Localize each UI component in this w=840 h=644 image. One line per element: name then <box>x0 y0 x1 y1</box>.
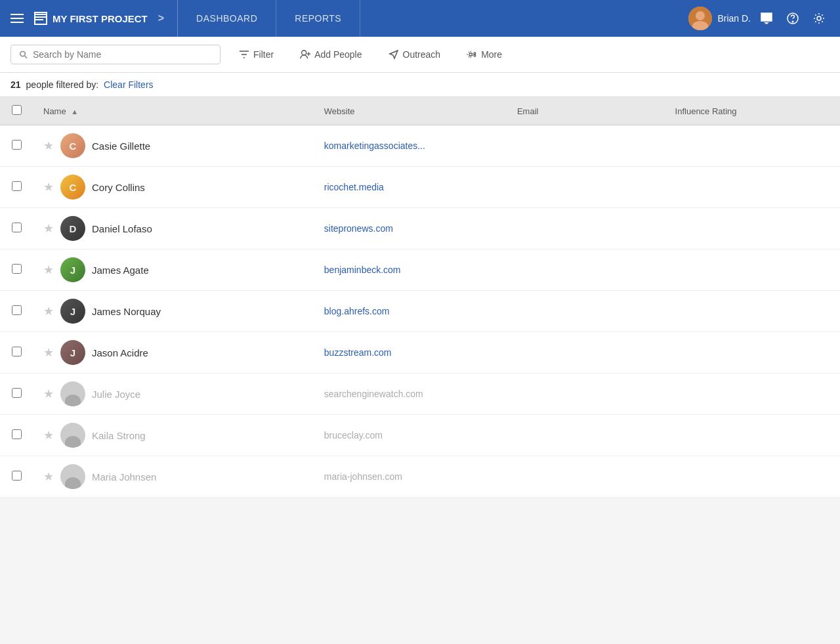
row-checkbox-cell <box>0 374 33 415</box>
website-link[interactable]: maria-johnsen.com <box>324 471 402 482</box>
website-cell[interactable]: buzzstream.com <box>314 332 507 374</box>
star-icon[interactable]: ★ <box>43 387 54 401</box>
website-cell[interactable]: ricochet.media <box>314 167 507 208</box>
website-link[interactable]: blog.ahrefs.com <box>324 306 390 316</box>
table-row: ★DDaniel Lofasositepronews.com <box>0 208 840 249</box>
star-icon[interactable]: ★ <box>43 263 54 277</box>
name-cell: ★CCory Collins <box>33 167 314 208</box>
chat-icon-btn[interactable] <box>756 8 777 29</box>
influence-cell <box>665 374 840 415</box>
influence-cell <box>665 332 840 374</box>
website-link[interactable]: benjaminbeck.com <box>324 265 401 275</box>
website-link[interactable]: sitepronews.com <box>324 223 393 234</box>
gear-more-icon <box>467 49 477 60</box>
search-input[interactable] <box>33 49 212 60</box>
person-name: Julie Joyce <box>92 389 140 400</box>
svg-point-18 <box>474 54 476 56</box>
website-cell[interactable]: searchenginewatch.com <box>314 374 507 415</box>
add-people-button[interactable]: Add People <box>292 45 369 64</box>
row-checkbox[interactable] <box>12 305 22 315</box>
star-icon[interactable]: ★ <box>43 221 54 236</box>
select-all-checkbox[interactable] <box>12 105 22 115</box>
name-cell: ★DDaniel Lofaso <box>33 208 314 249</box>
row-checkbox[interactable] <box>12 181 22 191</box>
website-cell[interactable]: sitepronews.com <box>314 208 507 249</box>
search-box[interactable] <box>10 45 220 64</box>
table-row: ★CCory Collinsricochet.media <box>0 167 840 208</box>
website-cell[interactable]: maria-johnsen.com <box>314 456 507 498</box>
row-checkbox[interactable] <box>12 429 22 439</box>
avatar: C <box>60 133 85 158</box>
email-cell <box>507 291 665 332</box>
name-cell: ★CCasie Gillette <box>33 125 314 167</box>
row-checkbox[interactable] <box>12 140 22 150</box>
influence-column-header[interactable]: Influence Rating <box>665 97 840 125</box>
table-row: ★JJason Acidrebuzzstream.com <box>0 332 840 374</box>
influence-cell <box>665 167 840 208</box>
person-name: Maria Johnsen <box>92 471 156 483</box>
avatar: J <box>60 299 85 324</box>
email-cell <box>507 456 665 498</box>
website-link[interactable]: ricochet.media <box>324 182 384 192</box>
more-button[interactable]: More <box>459 45 510 64</box>
avatar: J <box>60 257 85 282</box>
settings-icon-btn[interactable] <box>808 8 830 29</box>
name-column-header[interactable]: Name ▲ <box>33 97 314 125</box>
select-all-header[interactable] <box>0 97 33 125</box>
influence-cell <box>665 415 840 456</box>
name-cell: ★Maria Johnsen <box>33 456 314 498</box>
star-icon[interactable]: ★ <box>43 345 54 360</box>
nav-dashboard[interactable]: DASHBOARD <box>178 0 276 37</box>
row-checkbox[interactable] <box>12 264 22 274</box>
star-icon[interactable]: ★ <box>43 304 54 318</box>
project-name: MY FIRST PROJECT <box>52 13 148 24</box>
row-checkbox[interactable] <box>12 223 22 232</box>
website-column-header[interactable]: Website <box>314 97 507 125</box>
website-cell[interactable]: komarketingassociates... <box>314 125 507 167</box>
email-column-header[interactable]: Email <box>507 97 665 125</box>
star-icon[interactable]: ★ <box>43 469 54 484</box>
website-link[interactable]: searchenginewatch.com <box>324 389 423 399</box>
filter-icon <box>239 49 249 60</box>
row-checkbox-cell <box>0 291 33 332</box>
email-cell <box>507 208 665 249</box>
row-checkbox-cell <box>0 249 33 291</box>
row-checkbox-cell <box>0 415 33 456</box>
nav-reports[interactable]: REPORTS <box>276 0 360 37</box>
star-icon[interactable]: ★ <box>43 180 54 194</box>
nav-links: DASHBOARD REPORTS <box>178 0 360 37</box>
svg-point-9 <box>792 21 793 22</box>
row-checkbox[interactable] <box>12 388 22 398</box>
clear-filters-button[interactable]: Clear Filters <box>104 79 153 90</box>
row-checkbox[interactable] <box>12 347 22 356</box>
username-label: Brian D. <box>717 13 751 24</box>
hamburger-menu[interactable] <box>10 14 24 23</box>
email-cell <box>507 167 665 208</box>
filter-button[interactable]: Filter <box>231 45 282 64</box>
website-cell[interactable]: benjaminbeck.com <box>314 249 507 291</box>
star-icon[interactable]: ★ <box>43 428 54 442</box>
svg-point-17 <box>474 53 476 54</box>
help-icon-btn[interactable] <box>782 8 803 29</box>
svg-point-16 <box>469 53 472 56</box>
name-cell: ★JJason Acidre <box>33 332 314 374</box>
people-table: Name ▲ Website Email Influence Rating ★C… <box>0 97 840 498</box>
website-cell[interactable]: blog.ahrefs.com <box>314 291 507 332</box>
row-checkbox-cell <box>0 125 33 167</box>
user-avatar[interactable] <box>688 7 712 30</box>
person-name: Casie Gillette <box>92 140 150 152</box>
website-cell[interactable]: bruceclay.com <box>314 415 507 456</box>
avatar-placeholder <box>60 381 85 406</box>
project-chevron: > <box>158 12 164 24</box>
project-selector[interactable]: MY FIRST PROJECT > <box>34 0 178 37</box>
nav-right: Brian D. <box>688 7 830 30</box>
outreach-button[interactable]: Outreach <box>381 45 449 64</box>
website-link[interactable]: komarketingassociates... <box>324 140 425 151</box>
star-icon[interactable]: ★ <box>43 139 54 153</box>
project-icon <box>34 12 47 25</box>
website-link[interactable]: buzzstream.com <box>324 347 392 358</box>
name-cell: ★Kaila Strong <box>33 415 314 456</box>
table-row: ★Maria Johnsenmaria-johnsen.com <box>0 456 840 498</box>
website-link[interactable]: bruceclay.com <box>324 430 383 440</box>
row-checkbox[interactable] <box>12 471 22 481</box>
